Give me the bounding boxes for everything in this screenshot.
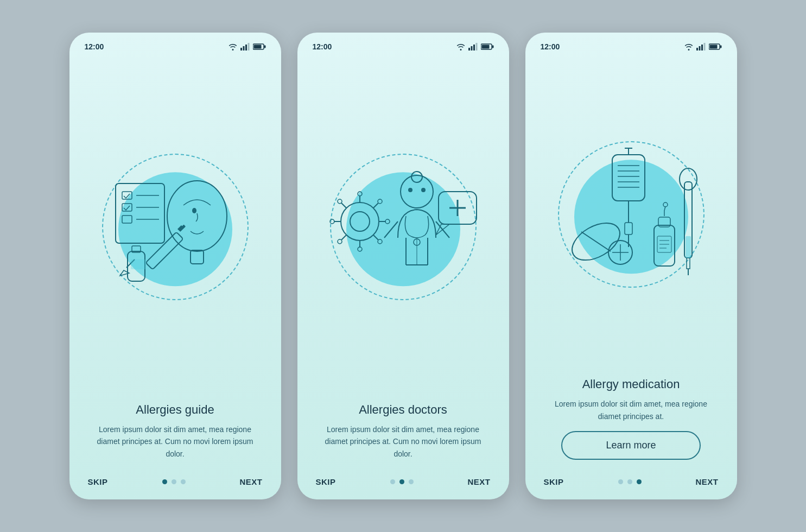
next-button-1[interactable]: NEXT [239,477,262,486]
skip-button-2[interactable]: SKIP [316,477,336,486]
svg-line-54 [384,221,398,238]
status-bar-2: 12:00 [310,42,496,51]
svg-rect-25 [468,48,470,50]
next-button-2[interactable]: NEXT [467,477,490,486]
svg-rect-30 [481,45,489,49]
content-3: Allergy medication Lorem ipsum dolor sit… [538,377,724,468]
svg-rect-24 [131,259,146,269]
dots-1 [162,479,186,484]
status-bar-3: 12:00 [538,42,724,51]
svg-point-15 [192,208,196,213]
svg-point-47 [378,199,382,204]
svg-point-90 [663,202,668,207]
skip-button-3[interactable]: SKIP [544,477,564,486]
allergies-doctors-svg [322,151,485,303]
svg-rect-7 [116,183,164,243]
svg-rect-6 [264,46,265,48]
signal-icon [468,43,478,50]
body-2: Lorem ipsum dolor sit dim amet, mea regi… [316,423,491,460]
title-3: Allergy medication [544,377,719,391]
svg-rect-66 [699,46,700,50]
battery-icon [709,43,722,50]
body-1: Lorem ipsum dolor sit dim amet, mea regi… [88,423,263,460]
svg-rect-16 [191,250,204,264]
svg-rect-81 [625,223,632,235]
svg-line-44 [373,235,378,240]
dot-2-3 [409,479,414,484]
nav-1: SKIP NEXT [82,468,268,486]
battery-icon [253,43,266,50]
svg-point-50 [401,175,433,208]
svg-rect-0 [240,48,242,50]
wifi-icon [684,43,694,50]
svg-point-52 [408,188,412,192]
svg-rect-3 [247,43,249,50]
svg-point-35 [358,192,362,196]
next-button-3[interactable]: NEXT [695,477,718,486]
learn-more-button[interactable]: Learn more [561,431,701,460]
svg-point-51 [411,172,422,182]
status-icons-1 [228,43,266,50]
phones-container: 12:00 [69,33,737,499]
content-1: Allergies guide Lorem ipsum dolor sit di… [82,403,268,468]
dot-2-2 [399,479,404,484]
skip-button-1[interactable]: SKIP [88,477,108,486]
nav-2: SKIP NEXT [310,468,496,486]
svg-point-33 [350,212,370,231]
svg-point-14 [167,181,227,251]
illustration-area-2 [310,56,496,397]
status-icons-2 [456,43,494,50]
dot-3-2 [627,479,632,484]
svg-rect-28 [475,43,477,50]
battery-icon [481,43,494,50]
time-3: 12:00 [541,42,560,51]
wifi-icon [228,43,238,50]
svg-rect-65 [696,48,698,50]
svg-line-42 [341,203,346,208]
status-icons-3 [684,43,722,50]
svg-point-43 [338,199,342,204]
svg-line-84 [581,232,611,251]
allergy-medication-svg [550,138,713,290]
svg-marker-62 [436,224,449,235]
svg-rect-31 [492,46,493,48]
svg-rect-2 [245,45,247,50]
svg-rect-10 [122,204,132,211]
svg-line-48 [341,235,346,240]
status-bar-1: 12:00 [82,42,268,51]
svg-point-45 [378,239,382,244]
svg-line-46 [373,203,378,208]
svg-point-49 [338,239,342,244]
phone-2: 12:00 [297,33,509,499]
dot-1-3 [181,479,186,484]
svg-rect-67 [701,45,703,50]
dot-1-1 [162,479,167,484]
svg-rect-12 [122,216,132,223]
signal-icon [240,43,250,50]
nav-3: SKIP NEXT [538,468,724,486]
svg-rect-72 [612,155,645,201]
svg-point-32 [341,202,379,240]
svg-point-39 [330,219,334,224]
svg-rect-5 [253,45,261,49]
svg-rect-8 [122,192,132,199]
svg-point-53 [421,188,426,192]
illustration-area-3 [538,56,724,372]
svg-point-96 [680,168,697,190]
dot-3-1 [618,479,623,484]
phone-3: 12:00 [525,33,737,499]
time-2: 12:00 [313,42,332,51]
svg-rect-68 [703,43,705,50]
dots-3 [618,479,642,484]
dots-2 [390,479,414,484]
phone-1: 12:00 [69,33,281,499]
allergies-guide-svg [94,151,257,303]
svg-rect-27 [473,45,475,50]
svg-rect-70 [709,45,717,49]
signal-icon [696,43,706,50]
svg-rect-98 [686,236,691,258]
svg-rect-71 [720,46,721,48]
svg-point-37 [358,247,362,251]
dot-2-1 [390,479,395,484]
svg-rect-26 [471,46,472,50]
